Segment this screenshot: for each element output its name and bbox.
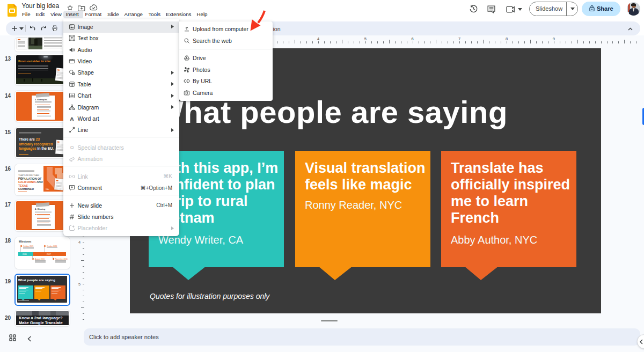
svg-text:A: A	[70, 116, 74, 122]
svg-text:Ω: Ω	[70, 145, 74, 150]
